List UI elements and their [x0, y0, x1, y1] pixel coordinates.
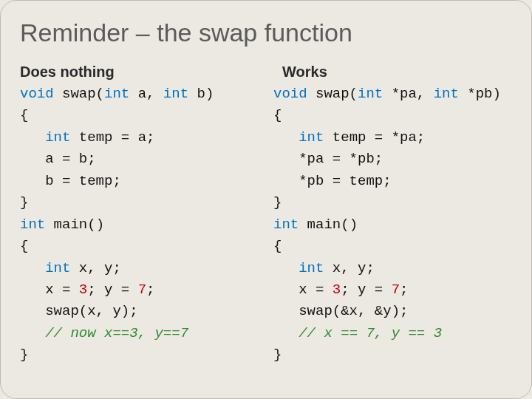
txt: a = b; — [20, 151, 96, 167]
txt: } — [273, 194, 282, 211]
txt: b = temp; — [20, 173, 121, 189]
right-code: void swap(int *pa, int *pb) { int temp =… — [273, 83, 521, 366]
txt: x = — [20, 282, 79, 298]
left-heading: Does nothing — [20, 64, 266, 81]
txt: swap( — [307, 86, 358, 102]
txt: ; — [146, 282, 154, 298]
txt: x = — [273, 282, 332, 298]
txt: temp = a; — [70, 129, 154, 146]
num-3: 3 — [332, 282, 341, 298]
txt: b) — [188, 86, 214, 102]
kw-int: int — [45, 260, 70, 276]
num-7: 7 — [392, 282, 400, 298]
txt: } — [20, 194, 28, 211]
txt: ; y = — [341, 282, 391, 298]
txt: *pb) — [459, 86, 501, 102]
txt: swap(&x, &y); — [273, 303, 408, 319]
kw-int: int — [299, 129, 324, 146]
kw-int: int — [434, 86, 459, 102]
kw-int: int — [45, 129, 70, 146]
txt: swap( — [54, 86, 104, 102]
kw-int: int — [104, 86, 129, 102]
txt: *pa, — [383, 86, 433, 102]
txt: main() — [299, 216, 358, 233]
txt: x, y; — [324, 260, 374, 276]
left-column: Does nothing void swap(int a, int b) { i… — [17, 64, 266, 366]
kw-int: int — [358, 86, 383, 102]
txt: { — [20, 107, 28, 123]
kw-int: int — [20, 216, 45, 233]
comment: // now x==3, y==7 — [45, 325, 188, 341]
kw-void: void — [20, 86, 54, 102]
kw-int: int — [299, 260, 324, 276]
num-3: 3 — [79, 282, 87, 298]
txt: *pa = *pb; — [273, 151, 383, 167]
txt: { — [273, 238, 282, 254]
comment: // x == 7, y == 3 — [299, 325, 442, 341]
txt: { — [273, 107, 282, 123]
slide-title: Reminder – the swap function — [20, 18, 515, 47]
txt: *pb = temp; — [273, 173, 392, 189]
txt: temp = *pa; — [324, 129, 425, 146]
left-code: void swap(int a, int b) { int temp = a; … — [20, 83, 266, 366]
txt: x, y; — [70, 260, 120, 276]
code-columns: Does nothing void swap(int a, int b) { i… — [17, 64, 515, 366]
txt: swap(x, y); — [20, 303, 138, 319]
right-column: Works void swap(int *pa, int *pb) { int … — [272, 64, 521, 366]
txt: a, — [129, 86, 163, 102]
txt: { — [20, 238, 28, 254]
kw-int: int — [273, 216, 299, 233]
kw-void: void — [273, 86, 307, 102]
num-7: 7 — [138, 282, 146, 298]
txt: main() — [45, 216, 104, 233]
right-heading: Works — [273, 64, 521, 81]
txt: ; — [400, 282, 408, 298]
txt: } — [20, 347, 28, 363]
kw-int: int — [163, 86, 188, 102]
txt: ; y = — [87, 282, 137, 298]
txt: } — [273, 347, 282, 363]
slide: Reminder – the swap function Does nothin… — [0, 0, 532, 399]
